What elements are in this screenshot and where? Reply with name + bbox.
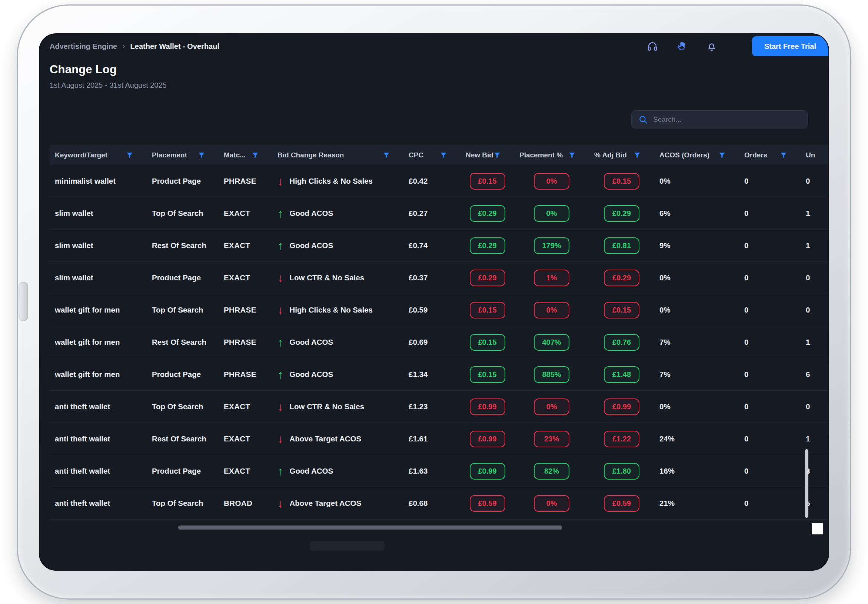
column-header-matc[interactable]: Matc... xyxy=(219,151,272,159)
cell-bid-change-reason: ↓Low CTR & No Sales xyxy=(272,401,403,412)
cell-acos: 0% xyxy=(654,273,739,282)
cell-bid-change-reason: ↑Good ACOS xyxy=(272,466,403,477)
table-row[interactable]: slim walletTop Of SearchEXACT↑Good ACOS£… xyxy=(50,197,828,229)
filter-icon[interactable] xyxy=(440,152,447,159)
cell-match-type: EXACT xyxy=(219,467,272,475)
placement-pct-pill: 0% xyxy=(534,495,569,512)
filter-icon[interactable] xyxy=(568,152,576,159)
cell-placement-pct: 0% xyxy=(514,302,589,319)
cell-placement: Product Page xyxy=(147,370,219,379)
breadcrumb-root[interactable]: Advertising Engine xyxy=(50,42,117,51)
cell-placement: Product Page xyxy=(147,177,219,186)
app-screen: Advertising Engine › Leather Wallet - Ov… xyxy=(40,34,828,570)
bell-icon[interactable] xyxy=(706,41,717,52)
cell-bid-change-reason: ↑Good ACOS xyxy=(272,208,403,219)
cell-cpc: £0.74 xyxy=(403,241,460,250)
adj-bid-pill: £0.15 xyxy=(604,302,639,319)
search-input[interactable] xyxy=(653,116,801,124)
cell-acos: 0% xyxy=(654,305,739,314)
table-row[interactable]: wallet gift for menProduct PagePHRASE↑Go… xyxy=(50,358,828,391)
breadcrumb-current: Leather Wallet - Overhaul xyxy=(130,42,219,51)
table-row[interactable]: wallet gift for menRest Of SearchPHRASE↑… xyxy=(50,326,828,358)
cell-orders: 0 xyxy=(739,305,801,314)
cell-match-type: EXACT xyxy=(219,241,272,250)
cell-keyword: slim wallet xyxy=(50,241,147,250)
adj-bid-pill: £0.76 xyxy=(604,334,639,351)
column-header-un[interactable]: Un xyxy=(801,151,828,159)
filter-icon[interactable] xyxy=(251,152,259,159)
table-row[interactable]: wallet gift for menTop Of SearchPHRASE↓H… xyxy=(50,294,828,326)
cell-placement-pct: 407% xyxy=(514,334,589,351)
reason-text: Good ACOS xyxy=(290,467,333,475)
cell-cpc: £1.61 xyxy=(403,434,460,443)
adj-bid-pill: £0.99 xyxy=(604,398,639,415)
column-header-keyword-target[interactable]: Keyword/Target xyxy=(50,151,147,159)
cell-match-type: EXACT xyxy=(219,402,272,411)
vertical-scrollbar[interactable] xyxy=(805,449,808,518)
cell-new-bid: £0.15 xyxy=(460,366,514,383)
table-row[interactable]: slim walletRest Of SearchEXACT↑Good ACOS… xyxy=(50,229,828,262)
cell-keyword: wallet gift for men xyxy=(50,338,147,347)
start-free-trial-button[interactable]: Start Free Trial xyxy=(752,36,828,56)
column-label: New Bid xyxy=(466,151,493,159)
cell-match-type: EXACT xyxy=(219,273,272,282)
top-bar: Advertising Engine › Leather Wallet - Ov… xyxy=(40,36,828,56)
table-row[interactable]: anti theft walletTop Of SearchBROAD↓Abov… xyxy=(50,487,828,520)
adj-bid-pill: £0.59 xyxy=(604,495,639,512)
horizontal-scrollbar[interactable] xyxy=(178,525,563,530)
column-header-placement[interactable]: Placement % xyxy=(514,151,589,159)
column-header-placement[interactable]: Placement xyxy=(147,151,219,159)
column-label: Placement % xyxy=(519,151,563,159)
cell-keyword: minimalist wallet xyxy=(50,177,147,186)
filter-icon[interactable] xyxy=(383,152,390,159)
table-row[interactable]: anti theft walletRest Of SearchEXACT↓Abo… xyxy=(50,423,828,455)
column-header-adj-bid[interactable]: % Adj Bid xyxy=(589,151,654,159)
table-row[interactable]: slim walletProduct PageEXACT↓Low CTR & N… xyxy=(50,262,828,294)
tablet-frame: Advertising Engine › Leather Wallet - Ov… xyxy=(17,5,851,599)
table-row[interactable]: minimalist walletProduct PagePHRASE↓High… xyxy=(50,165,828,197)
cell-placement-pct: 0% xyxy=(514,398,589,415)
column-label: CPC xyxy=(409,151,423,159)
cell-match-type: PHRASE xyxy=(219,177,272,186)
table-row[interactable]: anti theft walletProduct PageEXACT↑Good … xyxy=(50,455,828,487)
bid-decrease-arrow-icon: ↓ xyxy=(277,401,284,412)
filter-icon[interactable] xyxy=(634,152,641,159)
filter-icon[interactable] xyxy=(198,152,205,159)
column-header-cpc[interactable]: CPC xyxy=(403,151,460,159)
hand-gesture-icon[interactable] xyxy=(676,41,688,52)
new-bid-pill: £0.99 xyxy=(470,463,505,480)
placement-pct-pill: 0% xyxy=(534,205,569,222)
filter-icon[interactable] xyxy=(493,152,501,159)
cell-orders: 0 xyxy=(739,370,801,379)
cell-adj-bid: £0.15 xyxy=(589,173,654,190)
cell-adj-bid: £0.76 xyxy=(589,334,654,351)
adj-bid-pill: £0.29 xyxy=(604,269,639,286)
new-bid-pill: £0.29 xyxy=(470,269,505,286)
headphones-icon[interactable] xyxy=(647,41,658,52)
cell-orders: 0 xyxy=(739,177,801,186)
cell-adj-bid: £0.29 xyxy=(589,205,654,222)
cell-acos: 16% xyxy=(654,467,739,475)
table-row[interactable]: anti theft walletTop Of SearchEXACT↓Low … xyxy=(50,391,828,423)
cell-placement-pct: 885% xyxy=(514,366,589,383)
cell-acos: 7% xyxy=(654,370,739,379)
reason-text: High Clicks & No Sales xyxy=(290,177,373,186)
filter-icon[interactable] xyxy=(718,152,726,159)
column-header-acos-orders[interactable]: ACOS (Orders) xyxy=(654,151,739,159)
cell-bid-change-reason: ↓Above Target ACOS xyxy=(272,498,403,509)
cell-keyword: anti theft wallet xyxy=(50,499,147,508)
cell-new-bid: £0.15 xyxy=(460,173,514,190)
filter-icon[interactable] xyxy=(126,152,133,159)
column-header-bid-change-reason[interactable]: Bid Change Reason xyxy=(272,151,403,159)
search-box[interactable] xyxy=(631,110,808,129)
adj-bid-pill: £1.80 xyxy=(604,463,639,480)
cell-match-type: PHRASE xyxy=(219,338,272,347)
cell-placement-pct: 0% xyxy=(514,173,589,190)
cell-cpc: £0.68 xyxy=(403,499,460,508)
column-header-new-bid[interactable]: New Bid xyxy=(460,151,514,159)
bid-decrease-arrow-icon: ↓ xyxy=(277,272,284,284)
new-bid-pill: £0.15 xyxy=(470,173,505,190)
column-header-orders[interactable]: Orders xyxy=(739,151,801,159)
filter-icon[interactable] xyxy=(780,152,787,159)
adj-bid-pill: £0.29 xyxy=(604,205,639,222)
